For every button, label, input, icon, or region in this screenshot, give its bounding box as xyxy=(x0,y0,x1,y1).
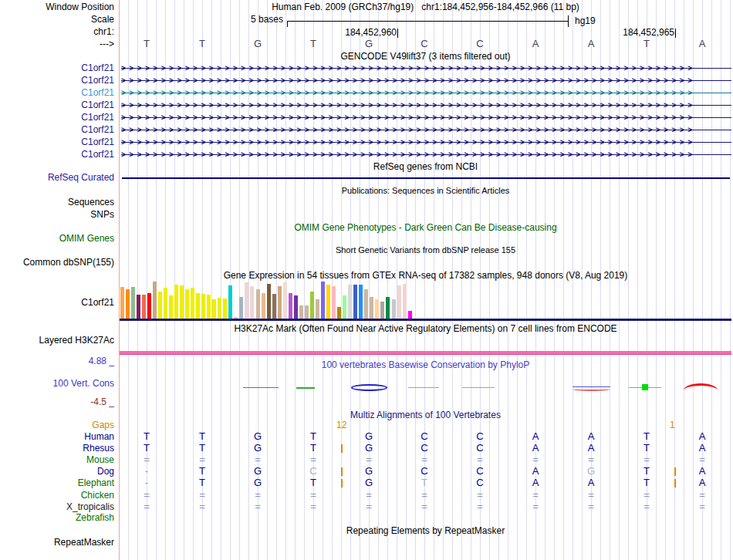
gencode-transcript-label[interactable]: C1orf21 xyxy=(0,112,114,123)
gtex-bar[interactable] xyxy=(348,285,352,319)
conservation-mark[interactable] xyxy=(642,384,648,390)
multiz-species-label[interactable]: Mouse xyxy=(0,454,114,465)
gtex-bar[interactable] xyxy=(185,289,189,319)
gtex-bar[interactable] xyxy=(158,292,162,319)
refseq-track-title[interactable]: RefSeq genes from NCBI xyxy=(120,161,731,172)
multiz-species-label[interactable]: Dog xyxy=(0,466,114,477)
gtex-bar[interactable] xyxy=(359,285,363,319)
gencode-transcript-arrows[interactable]: >>>>>>>>>>>>>>>>>>>>>>>>>>>>>>>>>>>>>>>>… xyxy=(121,88,731,98)
dbsnp-track-title[interactable]: Short Genetic Variants from dbSNP releas… xyxy=(120,245,731,255)
gtex-bar[interactable] xyxy=(256,289,260,319)
omim-genes-label[interactable]: OMIM Genes xyxy=(0,233,114,244)
refseq-curated-gene-line[interactable] xyxy=(122,177,730,179)
gtex-bar[interactable] xyxy=(332,286,336,319)
gtex-bar[interactable] xyxy=(137,295,140,319)
gtex-bar[interactable] xyxy=(283,282,287,319)
gtex-bar[interactable] xyxy=(380,302,384,319)
gtex-bar[interactable] xyxy=(250,286,254,319)
gtex-bar[interactable] xyxy=(212,299,216,319)
gtex-bar[interactable] xyxy=(164,288,167,319)
gtex-bar[interactable] xyxy=(364,289,368,319)
gencode-transcript-arrows[interactable]: >>>>>>>>>>>>>>>>>>>>>>>>>>>>>>>>>>>>>>>>… xyxy=(121,150,731,160)
gtex-bar[interactable] xyxy=(147,293,151,319)
gtex-bar[interactable] xyxy=(180,285,184,319)
gencode-transcript-label[interactable]: C1orf21 xyxy=(0,100,114,110)
gtex-bar[interactable] xyxy=(201,294,205,319)
gtex-bar[interactable] xyxy=(218,298,221,319)
gencode-transcript-label[interactable]: C1orf21 xyxy=(0,137,114,147)
multiz-species-label[interactable]: Zebrafish xyxy=(0,512,114,523)
gencode-transcript-label[interactable]: C1orf21 xyxy=(0,149,114,160)
gtex-bar[interactable] xyxy=(343,295,346,319)
gtex-bar[interactable] xyxy=(316,299,319,319)
gtex-bar[interactable] xyxy=(353,285,357,319)
gencode-transcript-label[interactable]: C1orf21 xyxy=(0,124,114,135)
conservation-mark[interactable] xyxy=(408,387,439,388)
gencode-transcript-label[interactable]: C1orf21 xyxy=(0,62,114,73)
gtex-bar[interactable] xyxy=(370,297,373,319)
gtex-track-title[interactable]: Gene Expression in 54 tissues from GTEx … xyxy=(120,270,731,281)
refseq-curated-label[interactable]: RefSeq Curated xyxy=(0,172,114,183)
gencode-transcript-label[interactable]: C1orf21 xyxy=(0,87,114,98)
gtex-bar[interactable] xyxy=(397,285,401,319)
omim-track-title[interactable]: OMIM Gene Phenotypes - Dark Green Can Be… xyxy=(120,222,731,233)
gtex-bar[interactable] xyxy=(321,282,325,319)
gtex-bar[interactable] xyxy=(207,295,211,319)
repeatmasker-track-title[interactable]: Repeating Elements by RepeatMasker xyxy=(120,525,731,536)
gencode-track-title[interactable]: GENCODE V49lift37 (3 items filtered out) xyxy=(120,51,731,62)
gtex-bar[interactable] xyxy=(223,299,227,319)
gtex-bar[interactable] xyxy=(403,284,407,319)
gtex-bar[interactable] xyxy=(228,285,232,319)
gencode-transcript-arrows[interactable]: >>>>>>>>>>>>>>>>>>>>>>>>>>>>>>>>>>>>>>>>… xyxy=(121,137,731,147)
gtex-bar[interactable] xyxy=(174,285,178,319)
publications-track-title[interactable]: Publications: Sequences in Scientific Ar… xyxy=(120,185,731,196)
gtex-bar[interactable] xyxy=(126,289,130,319)
gtex-bar[interactable] xyxy=(196,293,200,319)
gtex-bar[interactable] xyxy=(267,284,271,319)
gencode-transcript-label[interactable]: C1orf21 xyxy=(0,75,114,86)
gtex-bar[interactable] xyxy=(262,293,265,319)
conservation-mark[interactable] xyxy=(351,384,387,391)
gtex-bar[interactable] xyxy=(299,305,303,319)
multiz-species-label[interactable]: Rhesus xyxy=(0,443,114,454)
gtex-bar[interactable] xyxy=(272,294,276,319)
h3k27ac-signal-band[interactable] xyxy=(120,351,731,355)
gencode-transcript-arrows[interactable]: >>>>>>>>>>>>>>>>>>>>>>>>>>>>>>>>>>>>>>>>… xyxy=(121,113,731,123)
multiz-track-title[interactable]: Multiz Alignments of 100 Vertebrates xyxy=(120,410,731,420)
conservation-mark[interactable] xyxy=(462,387,495,388)
conservation-track-title[interactable]: 100 vertebrates Basewise Conservation by… xyxy=(120,359,731,370)
multiz-species-label[interactable]: Chicken xyxy=(0,490,114,501)
gtex-bar[interactable] xyxy=(191,288,194,319)
gtex-bar[interactable] xyxy=(294,295,298,319)
multiz-species-label[interactable]: X_tropicalis xyxy=(0,501,114,512)
gtex-bar[interactable] xyxy=(326,285,330,319)
gtex-baseline[interactable] xyxy=(120,319,731,321)
gtex-bar[interactable] xyxy=(278,286,282,319)
gtex-bar[interactable] xyxy=(239,297,243,319)
gtex-bar[interactable] xyxy=(375,299,379,319)
conservation-mark[interactable] xyxy=(573,387,610,391)
gtex-bar[interactable] xyxy=(337,307,341,319)
gtex-bar[interactable] xyxy=(153,282,157,319)
gencode-transcript-arrows[interactable]: >>>>>>>>>>>>>>>>>>>>>>>>>>>>>>>>>>>>>>>>… xyxy=(121,100,731,110)
genome-browser-image[interactable]: Window Position Scale chr1: ---> Human F… xyxy=(0,0,733,560)
gtex-bar[interactable] xyxy=(169,295,173,319)
conservation-mark[interactable] xyxy=(243,387,279,388)
multiz-species-label[interactable]: Human xyxy=(0,431,114,442)
gtex-bar[interactable] xyxy=(289,293,292,319)
gtex-bar[interactable] xyxy=(310,292,314,319)
gencode-transcript-arrows[interactable]: >>>>>>>>>>>>>>>>>>>>>>>>>>>>>>>>>>>>>>>>… xyxy=(121,76,731,86)
multiz-species-label[interactable]: Elephant xyxy=(0,477,114,488)
gtex-bar[interactable] xyxy=(245,282,248,319)
gtex-bar[interactable] xyxy=(234,317,238,319)
gtex-bar[interactable] xyxy=(120,287,124,319)
gtex-bar[interactable] xyxy=(386,297,390,319)
h3k27ac-track-title[interactable]: H3K27Ac Mark (Often Found Near Active Re… xyxy=(120,323,731,334)
conservation-mark[interactable] xyxy=(684,383,718,390)
conservation-mark[interactable] xyxy=(296,387,315,389)
gencode-transcript-arrows[interactable]: >>>>>>>>>>>>>>>>>>>>>>>>>>>>>>>>>>>>>>>>… xyxy=(121,63,731,73)
conservation-label[interactable]: 100 Vert. Cons xyxy=(0,378,114,389)
gtex-bar[interactable] xyxy=(305,305,309,319)
gtex-bar[interactable] xyxy=(131,287,135,319)
gtex-bar[interactable] xyxy=(392,299,396,319)
